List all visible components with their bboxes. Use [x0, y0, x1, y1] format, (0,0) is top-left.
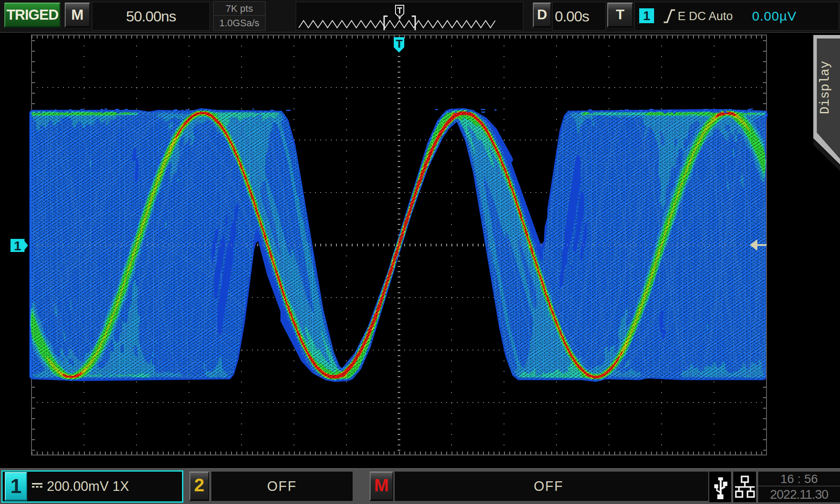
svg-text:Display: Display — [818, 61, 833, 114]
svg-text:1: 1 — [14, 238, 21, 253]
